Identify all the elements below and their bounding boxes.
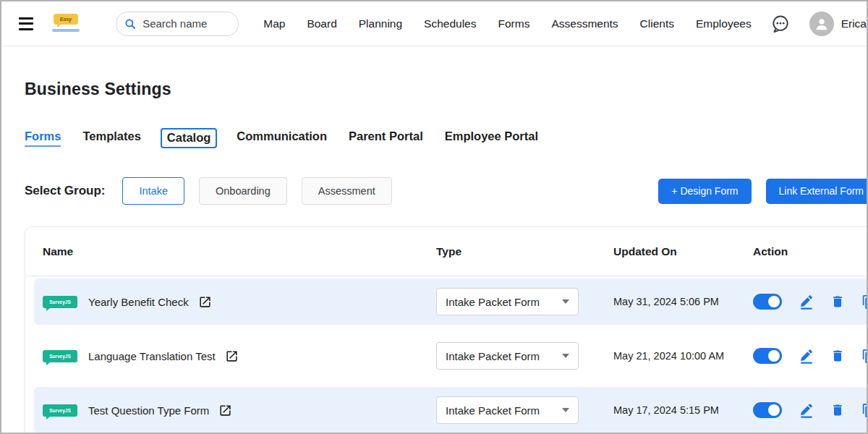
external-link-icon[interactable] [225,349,239,363]
group-button-assessment[interactable]: Assessment [302,177,392,205]
nav-item-forms[interactable]: Forms [498,17,530,30]
edit-icon[interactable] [799,349,814,364]
delete-icon[interactable] [830,403,845,417]
table-body: SurveyJS Yearly Benefit Check Intake Pac… [25,278,868,433]
tab-forms[interactable]: Forms [25,129,61,147]
delete-icon[interactable] [830,349,845,363]
type-cell: Intake Packet Form [436,342,613,370]
surveyjs-badge: SurveyJS [43,404,77,417]
type-dropdown-value: Intake Packet Form [446,404,540,417]
nav-item-employees[interactable]: Employees [696,17,752,30]
nav-item-planning[interactable]: Planning [359,17,402,30]
updated-on-cell: May 31, 2024 5:06 PM [613,296,753,307]
nav-item-schedules[interactable]: Schedules [424,17,476,30]
main-nav: MapBoardPlanningSchedulesFormsAssessment… [263,17,751,30]
surveyjs-badge-label: SurveyJS [49,354,71,359]
action-cell [753,348,868,364]
link-external-form-button[interactable]: Link External Form [766,179,868,204]
copy-icon[interactable] [861,294,868,310]
search-input[interactable] [142,17,231,30]
app-window: Easy MapBoardPlanningSchedulesFormsAsses… [0,0,868,434]
person-icon [814,16,830,32]
cta-buttons: + Design Form Link External Form [658,179,868,204]
design-form-button[interactable]: + Design Form [658,179,751,204]
column-header-type: Type [436,245,613,258]
action-cell [753,402,868,418]
surveyjs-badge: SurveyJS [43,296,77,308]
tab-communication[interactable]: Communication [237,129,327,147]
name-cell: SurveyJS Test Question Type Form [34,404,436,417]
updated-on-cell: May 17, 2024 5:15 PM [613,404,753,416]
table-header: Name Type Updated On Action [25,227,868,276]
updated-on-cell: May 21, 2024 10:00 AM [613,350,753,362]
group-button-onboarding[interactable]: Onboarding [199,177,287,205]
table-row: SurveyJS Test Question Type Form Intake … [34,387,868,433]
enable-toggle[interactable] [753,348,782,364]
form-name: Language Translation Test [88,350,216,362]
column-header-action: Action [753,245,868,258]
chevron-down-icon [562,408,569,412]
column-header-name: Name [34,245,436,258]
group-selector-row: Select Group: IntakeOnboardingAssessment… [25,177,843,205]
edit-icon[interactable] [799,294,814,310]
edit-icon[interactable] [799,403,814,418]
surveyjs-badge-label: SurveyJS [49,408,71,413]
nav-item-clients[interactable]: Clients [640,17,674,30]
type-cell: Intake Packet Form [436,288,613,315]
tab-templates[interactable]: Templates [82,129,140,147]
delete-icon[interactable] [830,294,845,309]
chevron-down-icon [562,299,569,304]
nav-item-map[interactable]: Map [263,17,285,30]
table-row: SurveyJS Language Translation Test Intak… [34,333,868,379]
tab-employee-portal[interactable]: Employee Portal [445,129,538,147]
type-dropdown[interactable]: Intake Packet Form [436,342,579,370]
logo-bubble: Easy [54,14,78,25]
surveyjs-badge: SurveyJS [43,350,77,362]
external-link-icon[interactable] [218,404,232,417]
name-cell: SurveyJS Yearly Benefit Check [34,295,436,309]
nav-item-board[interactable]: Board [307,17,336,30]
enable-toggle[interactable] [753,294,782,310]
external-link-icon[interactable] [198,295,212,309]
search-icon [124,17,137,30]
table-row: SurveyJS Yearly Benefit Check Intake Pac… [34,278,868,325]
type-dropdown[interactable]: Intake Packet Form [436,288,579,315]
name-cell: SurveyJS Language Translation Test [34,349,436,363]
type-cell: Intake Packet Form [436,396,613,424]
chevron-down-icon [562,354,569,358]
enable-toggle[interactable] [753,402,782,418]
action-cell [753,294,868,310]
select-group-label: Select Group: [25,184,105,198]
forms-table: Name Type Updated On Action SurveyJS Yea… [25,226,868,434]
group-button-intake[interactable]: Intake [122,177,184,205]
nav-item-assessments[interactable]: Assessments [551,17,618,30]
form-name: Test Question Type Form [88,404,209,417]
user-avatar[interactable] [809,12,834,36]
copy-icon[interactable] [861,403,868,418]
user-name[interactable]: Erica [841,17,867,30]
logo-subtext [52,29,80,32]
copy-icon[interactable] [861,349,868,364]
page-title: Business Settings [25,80,867,99]
settings-tabs: FormsTemplatesCatalogCommunicationParent… [25,128,867,148]
app-logo: Easy [49,9,78,38]
tab-parent-portal[interactable]: Parent Portal [349,129,423,147]
tab-catalog[interactable]: Catalog [161,128,218,148]
type-dropdown-value: Intake Packet Form [446,296,540,308]
type-dropdown-value: Intake Packet Form [446,350,540,362]
type-dropdown[interactable]: Intake Packet Form [436,396,579,424]
hamburger-menu-icon[interactable] [19,17,33,30]
form-name: Yearly Benefit Check [88,296,189,308]
group-buttons: IntakeOnboardingAssessment [122,177,391,205]
search-box[interactable] [116,12,239,36]
top-navbar: Easy MapBoardPlanningSchedulesFormsAsses… [1,1,867,46]
surveyjs-badge-label: SurveyJS [49,299,71,305]
column-header-updated: Updated On [613,245,753,258]
chat-icon[interactable] [770,14,791,34]
